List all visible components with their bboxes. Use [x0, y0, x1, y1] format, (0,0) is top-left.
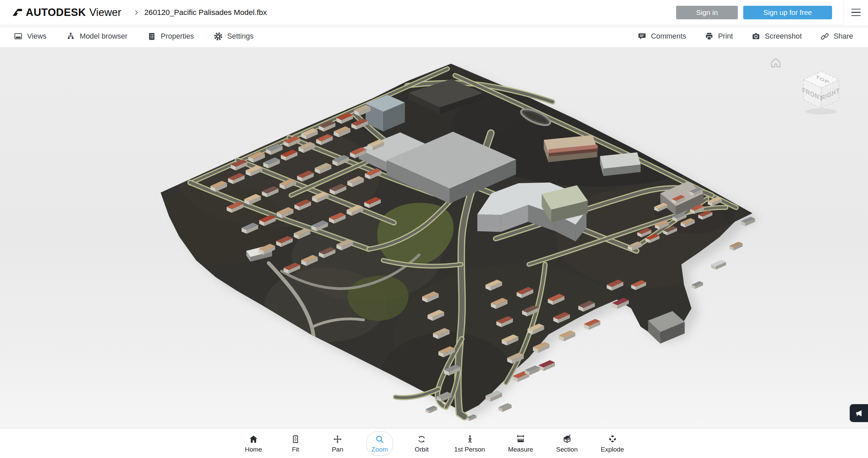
share-link-icon: [820, 32, 829, 41]
walking-person-icon: [465, 434, 475, 445]
properties-icon: [147, 32, 156, 41]
tool-orbit[interactable]: Orbit: [409, 432, 435, 456]
menu-print[interactable]: Print: [705, 32, 733, 41]
view-cube[interactable]: TOP FRONT RIGHT: [799, 68, 845, 120]
megaphone-icon: [854, 409, 864, 418]
autodesk-viewer-app: AUTODESK Viewer 260120_Pacific Palisades…: [0, 0, 868, 458]
menu-settings[interactable]: Settings: [214, 32, 254, 41]
model-filename: 260120_Pacific Palisades Model.fbx: [144, 8, 267, 17]
tool-label: Measure: [508, 446, 533, 453]
announcements-button[interactable]: [850, 404, 868, 422]
orbit-icon: [417, 434, 427, 445]
tool-label: 1st Person: [454, 446, 485, 453]
comments-icon: [637, 32, 647, 41]
model-browser-icon: [66, 32, 75, 41]
tool-fit[interactable]: Fit: [282, 432, 309, 456]
model-viewport[interactable]: TOP FRONT RIGHT: [0, 48, 868, 429]
measure-ruler-icon: [516, 434, 526, 445]
explode-cube-icon: [608, 434, 617, 445]
tool-home[interactable]: Home: [240, 432, 267, 456]
tool-label: Orbit: [415, 446, 429, 453]
tool-pan[interactable]: Pan: [324, 432, 351, 456]
menu-screenshot[interactable]: Screenshot: [751, 32, 802, 41]
menu-hamburger-button[interactable]: [844, 0, 868, 25]
sign-in-button[interactable]: Sign in: [676, 6, 738, 19]
menu-label: Settings: [227, 32, 254, 41]
screenshot-camera-icon: [751, 32, 761, 41]
tool-first-person[interactable]: 1st Person: [451, 432, 489, 456]
menu-views[interactable]: Views: [14, 32, 46, 41]
sign-up-button[interactable]: Sign up for free: [743, 6, 832, 19]
section-plane-icon: [562, 434, 572, 445]
tool-section[interactable]: Section: [552, 432, 581, 456]
menu-comments[interactable]: Comments: [637, 32, 686, 41]
city-model-canvas[interactable]: [0, 48, 868, 429]
zoom-magnifier-icon: [375, 434, 384, 445]
chevron-right-icon: [133, 9, 140, 16]
menu-label: Print: [718, 32, 733, 41]
menu-label: Screenshot: [765, 32, 802, 41]
autodesk-logo[interactable]: AUTODESK Viewer: [12, 6, 121, 19]
header: AUTODESK Viewer 260120_Pacific Palisades…: [0, 0, 868, 25]
tool-label: Fit: [292, 446, 299, 453]
tool-label: Section: [556, 446, 577, 453]
menu-label: Comments: [651, 32, 686, 41]
tool-label: Zoom: [371, 446, 388, 453]
menu-properties[interactable]: Properties: [147, 32, 194, 41]
viewcube-home-icon[interactable]: [769, 56, 783, 69]
navigation-toolbar: Home Fit: [0, 429, 868, 458]
tool-measure[interactable]: Measure: [504, 432, 537, 456]
views-icon: [14, 32, 23, 41]
tool-explode[interactable]: Explode: [597, 432, 628, 456]
header-actions: Sign in Sign up for free: [676, 0, 868, 25]
settings-gear-icon: [214, 32, 223, 41]
tool-label: Pan: [332, 446, 343, 453]
tool-label: Explode: [601, 446, 624, 453]
tool-zoom-active[interactable]: Zoom: [367, 432, 393, 456]
print-icon: [705, 32, 714, 41]
home-icon: [249, 434, 258, 445]
menu-model-browser[interactable]: Model browser: [66, 32, 127, 41]
menubar-right: Comments Print Screenshot: [637, 32, 853, 41]
tool-label: Home: [245, 446, 262, 453]
menu-label: Share: [834, 32, 853, 41]
fit-icon: [291, 434, 300, 445]
menubar-left: Views Model browser Properties: [14, 32, 254, 41]
product-text: Viewer: [89, 6, 121, 19]
breadcrumb: 260120_Pacific Palisades Model.fbx: [133, 8, 267, 17]
autodesk-logo-icon: [12, 7, 22, 18]
viewer-menubar: Views Model browser Properties: [0, 25, 868, 47]
menu-share[interactable]: Share: [820, 32, 853, 41]
menu-label: Properties: [161, 32, 194, 41]
menu-label: Views: [27, 32, 46, 41]
brand-text: AUTODESK: [26, 6, 86, 19]
menu-label: Model browser: [80, 32, 127, 41]
pan-icon: [333, 434, 342, 445]
